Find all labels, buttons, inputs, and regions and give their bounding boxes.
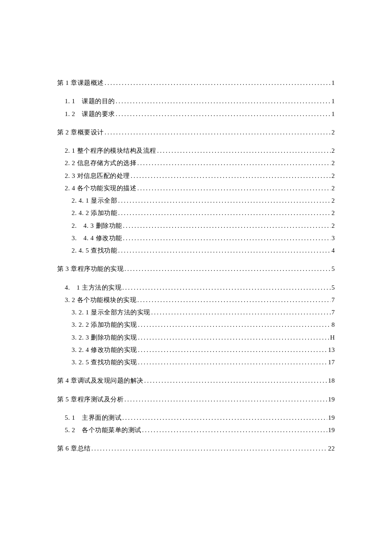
document-page: 第 1 章课题概述11. 1 课题的目的11. 2 课题的要求1第 2 章概要设… [0,0,392,455]
toc-label: 2. 1 整个程序的模块结构及流程 [65,145,156,157]
toc-entry: 3. 2. 4 修改功能的实现13 [57,344,335,356]
toc-label: 1. 2 课题的要求 [65,108,115,120]
toc-entry: 2. 3 对信息匹配的处理2 [57,170,335,182]
toc-label: 2. 4. 3 删除功能 [72,220,122,232]
toc-entry: 5. 1 主界面的测试19 [57,412,335,424]
toc-leader-dots [118,195,331,207]
table-of-contents: 第 1 章课题概述11. 1 课题的目的11. 2 课题的要求1第 2 章概要设… [57,77,335,455]
toc-leader-dots [105,126,331,139]
toc-page-number: 19 [328,393,335,406]
toc-leader-dots [116,108,331,120]
toc-leader-dots [138,356,327,369]
toc-leader-dots [151,306,331,319]
toc-label: 4. 1 主方法的实现 [65,282,121,294]
toc-label: 第 5 章程序测试及分析 [57,393,124,406]
toc-entry: 2. 1 整个程序的模块结构及流程2 [57,145,335,157]
toc-page-number: 2 [331,220,335,232]
toc-page-number: 13 [328,344,335,356]
toc-entry: 3. 2. 2 添加功能的实现8 [57,319,335,331]
toc-label: 2. 2 信息存储方式的选择 [65,157,136,169]
toc-leader-dots [124,263,331,275]
toc-page-number: 4 [331,244,335,257]
toc-leader-dots [137,157,331,169]
toc-entry: 2. 4. 3 删除功能2 [57,220,335,232]
toc-leader-dots [123,220,331,232]
toc-leader-dots [144,375,328,387]
toc-page-number: 22 [328,442,335,455]
toc-leader-dots [138,331,329,344]
toc-page-number: 2 [331,170,335,182]
toc-entry: 1. 1 课题的目的1 [57,95,335,108]
toc-page-number: 19 [328,412,335,424]
toc-leader-dots [123,232,331,244]
toc-page-number: 2 [331,182,335,195]
toc-entry: 第 2 章概要设计2 [57,126,335,139]
toc-leader-dots [122,412,327,424]
toc-page-number: 18 [328,375,335,387]
toc-leader-dots [118,244,331,257]
toc-entry: 3. 4. 4 修改功能3 [57,232,335,244]
toc-leader-dots [138,319,331,331]
toc-label: 第 3 章程序功能的实现 [57,263,124,275]
toc-label: 2. 4. 1 显示全部 [72,195,117,207]
toc-page-number: 7 [331,306,335,319]
toc-entry: 第 6 章总结22 [57,442,335,455]
toc-leader-dots [116,95,331,108]
toc-page-number: 2 [331,195,335,207]
toc-label: 3. 2. 1 显示全部方法的实现 [72,306,150,319]
toc-label: 3. 2 各个功能模块的实现 [65,294,136,306]
toc-label: 第 2 章概要设计 [57,126,104,139]
toc-entry: 3. 2. 3 删除功能的实现H [57,331,335,344]
toc-leader-dots [131,170,331,182]
toc-label: 2. 4. 2 添加功能 [72,207,117,219]
toc-leader-dots [137,182,331,195]
toc-entry: 第 3 章程序功能的实现5 [57,263,335,275]
toc-leader-dots [105,77,331,89]
toc-page-number: 3 [331,232,335,244]
toc-label: 1. 1 课题的目的 [65,95,115,108]
toc-label: 2. 3 对信息匹配的处理 [65,170,130,182]
toc-entry: 第 4 章调试及发现问题的解决18 [57,375,335,387]
toc-entry: 2. 4. 1 显示全部2 [57,195,335,207]
toc-label: 5. 1 主界面的测试 [65,412,121,424]
toc-page-number: H [330,331,335,344]
toc-page-number: 5 [331,263,335,275]
toc-entry: 3. 2 各个功能模块的实现7 [57,294,335,306]
toc-label: 3. 2. 3 删除功能的实现 [72,331,137,344]
toc-label: 5. 2 各个功能菜单的测试 [65,424,141,436]
toc-leader-dots [137,294,331,306]
toc-entry: 5. 2 各个功能菜单的测试19 [57,424,335,436]
toc-entry: 1. 2 课题的要求1 [57,108,335,120]
toc-entry: 3. 2. 5 查找功能的实现17 [57,356,335,369]
toc-label: 3. 2. 2 添加功能的实现 [72,319,137,331]
toc-page-number: 1 [331,95,335,108]
toc-entry: 3. 2. 1 显示全部方法的实现7 [57,306,335,319]
toc-leader-dots [157,145,331,157]
toc-leader-dots [142,424,328,436]
toc-page-number: 2 [331,126,335,139]
toc-entry: 2. 4. 2 添加功能2 [57,207,335,219]
toc-entry: 2. 2 信息存储方式的选择2 [57,157,335,169]
toc-leader-dots [92,442,328,455]
toc-leader-dots [118,207,331,219]
toc-page-number: 2 [331,157,335,169]
toc-label: 3. 2. 5 查找功能的实现 [72,356,137,369]
toc-leader-dots [124,393,327,406]
toc-entry: 第 1 章课题概述1 [57,77,335,89]
toc-label: 第 1 章课题概述 [57,77,104,89]
toc-entry: 4. 1 主方法的实现5 [57,282,335,294]
toc-entry: 2. 4 各个功能实现的描述2 [57,182,335,195]
toc-leader-dots [138,344,327,356]
toc-label: 3. 2. 4 修改功能的实现 [72,344,137,356]
toc-page-number: 17 [328,356,335,369]
toc-label: 第 4 章调试及发现问题的解决 [57,375,144,387]
toc-label: 2. 4 各个功能实现的描述 [65,182,136,195]
toc-page-number: 2 [331,207,335,219]
toc-page-number: 2 [331,145,335,157]
toc-page-number: 1 [331,108,335,120]
toc-entry: 第 5 章程序测试及分析19 [57,393,335,406]
toc-page-number: 7 [331,294,335,306]
toc-leader-dots [122,282,331,294]
toc-entry: 2. 4. 5 查找功能4 [57,244,335,257]
toc-page-number: 19 [328,424,335,436]
